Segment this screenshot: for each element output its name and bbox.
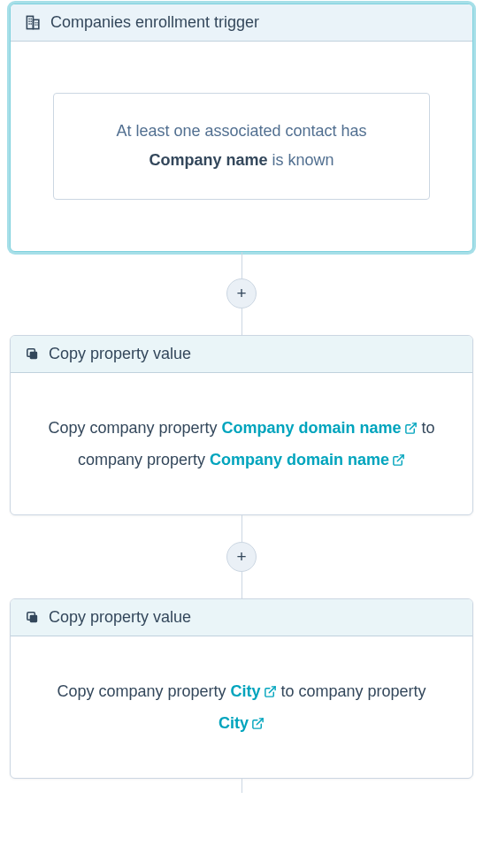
- add-step-button[interactable]: +: [226, 278, 257, 308]
- svg-line-18: [269, 686, 275, 692]
- action-card-header: Copy property value: [11, 599, 472, 636]
- action-header-label: Copy property value: [49, 608, 191, 627]
- connector-line: [242, 515, 242, 542]
- action-card-body: Copy company property Company domain nam…: [11, 373, 472, 514]
- copy-icon: [25, 610, 40, 625]
- target-property-link[interactable]: Company domain name: [210, 451, 405, 468]
- building-icon: [25, 14, 42, 31]
- svg-rect-3: [30, 19, 31, 19]
- add-step-button[interactable]: +: [226, 542, 257, 572]
- external-link-icon: [264, 685, 277, 698]
- svg-rect-5: [30, 21, 31, 22]
- trigger-condition-box: At least one associated contact has Comp…: [53, 93, 430, 200]
- external-link-icon: [251, 717, 264, 730]
- svg-rect-9: [36, 22, 37, 23]
- svg-rect-10: [34, 24, 35, 25]
- source-property-link[interactable]: Company domain name: [222, 419, 418, 437]
- action-card-body: Copy company property City to company pr…: [11, 636, 472, 778]
- copy-text-pre: Copy company property: [57, 682, 230, 700]
- connector-line: [242, 252, 242, 278]
- svg-rect-11: [36, 24, 37, 25]
- external-link-icon: [404, 422, 418, 435]
- svg-rect-0: [27, 16, 33, 28]
- plus-icon: +: [236, 548, 246, 565]
- target-property-link[interactable]: City: [218, 714, 264, 732]
- svg-rect-2: [28, 19, 29, 19]
- connector-1: +: [226, 252, 257, 335]
- plus-icon: +: [236, 285, 246, 301]
- svg-rect-6: [28, 23, 29, 24]
- svg-line-19: [257, 718, 263, 724]
- connector-line: [242, 572, 242, 598]
- copy-property-card[interactable]: Copy property value Copy company propert…: [10, 335, 473, 515]
- connector-line: [242, 308, 242, 335]
- copy-icon: [25, 346, 40, 362]
- trigger-condition-pre: At least one associated contact has: [116, 122, 366, 140]
- svg-rect-4: [28, 21, 29, 22]
- enrollment-trigger-card[interactable]: Companies enrollment trigger At least on…: [10, 4, 473, 252]
- connector-tail: [242, 779, 242, 793]
- copy-property-card[interactable]: Copy property value Copy company propert…: [10, 598, 473, 779]
- trigger-card-body: At least one associated contact has Comp…: [11, 42, 472, 251]
- copy-text-pre: Copy company property: [48, 419, 221, 437]
- trigger-condition-post: is known: [268, 151, 334, 169]
- svg-line-15: [397, 454, 403, 461]
- action-header-label: Copy property value: [49, 345, 191, 363]
- svg-rect-7: [30, 23, 31, 24]
- svg-line-14: [410, 423, 416, 429]
- svg-rect-8: [34, 22, 35, 23]
- trigger-header-label: Companies enrollment trigger: [50, 13, 259, 32]
- connector-2: +: [226, 515, 257, 598]
- copy-text-mid: to company property: [277, 682, 426, 700]
- svg-rect-12: [30, 351, 38, 359]
- external-link-icon: [392, 453, 405, 467]
- trigger-condition-property: Company name: [149, 151, 267, 169]
- source-property-link[interactable]: City: [230, 682, 276, 700]
- trigger-card-header: Companies enrollment trigger: [11, 4, 472, 42]
- svg-rect-16: [30, 614, 38, 622]
- connector-line: [242, 779, 242, 793]
- action-card-header: Copy property value: [11, 336, 472, 373]
